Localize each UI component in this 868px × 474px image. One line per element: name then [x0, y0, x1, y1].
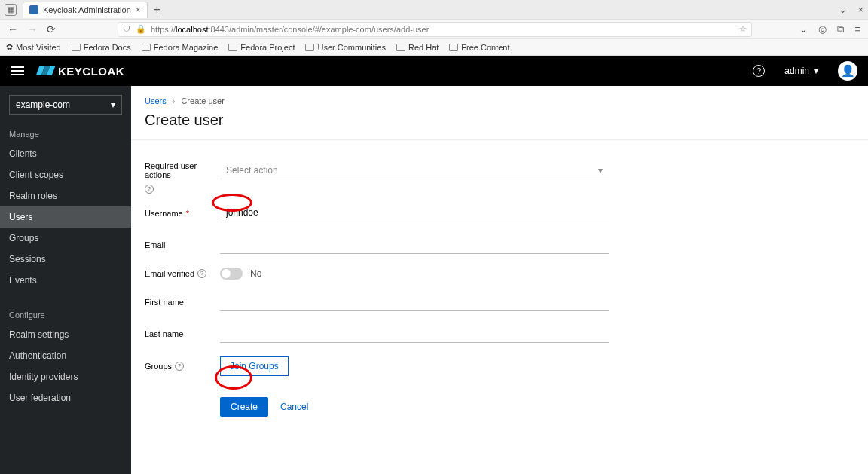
sidebar-item-client-scopes[interactable]: Client scopes	[0, 164, 131, 185]
save-pocket-icon[interactable]: ⌄	[799, 23, 808, 35]
browser-tab[interactable]: Keycloak Administration ×	[23, 2, 148, 18]
email-input[interactable]	[220, 236, 609, 254]
shield-icon: ⛉	[123, 25, 131, 34]
keycloak-logo-mark	[38, 66, 53, 75]
bookmark-fedora-project[interactable]: Fedora Project	[228, 43, 295, 52]
url-text: https://localhost:8443/admin/master/cons…	[151, 25, 429, 34]
label-email-verified: Email verified ?	[145, 269, 220, 278]
keycloak-logo[interactable]: KEYCLOAK	[38, 65, 124, 78]
sidebar-item-users[interactable]: Users	[0, 206, 131, 228]
sidebar-item-user-federation[interactable]: User federation	[0, 387, 131, 408]
breadcrumb-current: Create user	[181, 96, 224, 106]
email-verified-toggle[interactable]	[220, 268, 243, 280]
user-menu[interactable]: admin ▾	[784, 66, 818, 76]
sidebar-item-authentication[interactable]: Authentication	[0, 345, 131, 366]
account-icon[interactable]: ◎	[818, 23, 827, 35]
first-name-input[interactable]	[220, 293, 609, 311]
help-icon[interactable]: ?	[197, 269, 206, 278]
label-first-name: First name	[145, 298, 220, 307]
bookmark-user-communities[interactable]: User Communities	[305, 43, 385, 52]
breadcrumb: Users › Create user	[145, 96, 854, 106]
main-content: Users › Create user Create user Required…	[131, 86, 868, 474]
current-user: admin	[784, 66, 809, 76]
close-icon[interactable]: ×	[136, 5, 141, 15]
bookmark-free-content[interactable]: Free Content	[449, 43, 509, 52]
label-email: Email	[145, 240, 220, 249]
sidebar-section-manage: Manage	[0, 124, 131, 143]
extensions-icon[interactable]: ⧉	[837, 23, 844, 35]
avatar[interactable]: 👤	[838, 61, 857, 81]
reload-button[interactable]: ⟳	[47, 23, 56, 35]
last-name-input[interactable]	[220, 325, 609, 343]
address-bar[interactable]: ⛉ 🔒 https://localhost:8443/admin/master/…	[118, 22, 752, 37]
bookmark-fedora-docs[interactable]: Fedora Docs	[72, 43, 131, 52]
cancel-button[interactable]: Cancel	[280, 402, 308, 412]
new-tab-button[interactable]: +	[148, 3, 167, 17]
chevron-down-icon[interactable]: ⌄	[839, 4, 847, 15]
page-title: Create user	[145, 112, 854, 129]
sidebar-item-identity-providers[interactable]: Identity providers	[0, 366, 131, 387]
toggle-value: No	[250, 268, 261, 279]
hamburger-menu-icon[interactable]	[11, 66, 24, 75]
lock-icon: 🔒	[136, 24, 146, 34]
bookmarks-bar: ✿ Most Visited Fedora Docs Fedora Magazi…	[0, 39, 868, 56]
select-placeholder: Select action	[226, 165, 278, 176]
browser-tab-bar: ▦ Keycloak Administration × + ⌄ ×	[0, 0, 868, 20]
logo-text: KEYCLOAK	[58, 65, 124, 78]
browser-toolbar: ← → ⟳ ⛉ 🔒 https://localhost:8443/admin/m…	[0, 20, 868, 39]
create-button[interactable]: Create	[220, 397, 268, 417]
sidebar-section-configure: Configure	[0, 304, 131, 324]
realm-selector[interactable]: example-com ▾	[9, 95, 122, 115]
window-list-icon[interactable]: ▦	[5, 4, 17, 16]
sidebar-item-sessions[interactable]: Sessions	[0, 249, 131, 270]
label-last-name: Last name	[145, 329, 220, 338]
sidebar-item-clients[interactable]: Clients	[0, 143, 131, 164]
menu-icon[interactable]: ≡	[854, 23, 860, 35]
help-icon[interactable]: ?	[753, 65, 765, 77]
help-icon[interactable]: ?	[145, 185, 154, 194]
bookmark-red-hat[interactable]: Red Hat	[396, 43, 439, 52]
sidebar-item-realm-roles[interactable]: Realm roles	[0, 185, 131, 206]
keycloak-header: KEYCLOAK ? admin ▾ 👤	[0, 56, 868, 86]
sidebar-item-events[interactable]: Events	[0, 270, 131, 291]
label-groups: Groups ?	[145, 362, 220, 371]
forward-button: →	[27, 23, 38, 35]
caret-down-icon: ▾	[814, 66, 818, 76]
bookmark-star-icon[interactable]: ☆	[739, 24, 747, 34]
help-icon[interactable]: ?	[175, 362, 184, 371]
chevron-right-icon: ›	[173, 96, 176, 106]
required-actions-select[interactable]: Select action ▾	[220, 161, 609, 179]
bookmark-most-visited[interactable]: ✿ Most Visited	[6, 42, 61, 52]
label-username: Username*	[145, 209, 220, 218]
join-groups-button[interactable]: Join Groups	[220, 356, 289, 376]
breadcrumb-users[interactable]: Users	[145, 96, 167, 106]
sidebar-item-realm-settings[interactable]: Realm settings	[0, 324, 131, 345]
sidebar-item-groups[interactable]: Groups	[0, 228, 131, 249]
label-required-actions: Required user actions	[145, 161, 220, 179]
realm-name: example-com	[16, 99, 70, 110]
window-close-icon[interactable]: ×	[857, 4, 863, 15]
tab-favicon	[29, 5, 38, 14]
caret-down-icon: ▾	[598, 165, 603, 176]
username-input[interactable]	[220, 204, 609, 222]
bookmark-fedora-magazine[interactable]: Fedora Magazine	[142, 43, 219, 52]
caret-down-icon: ▾	[111, 99, 115, 110]
back-button[interactable]: ←	[8, 23, 18, 35]
tab-title: Keycloak Administration	[43, 5, 131, 14]
sidebar: example-com ▾ Manage Clients Client scop…	[0, 86, 131, 474]
